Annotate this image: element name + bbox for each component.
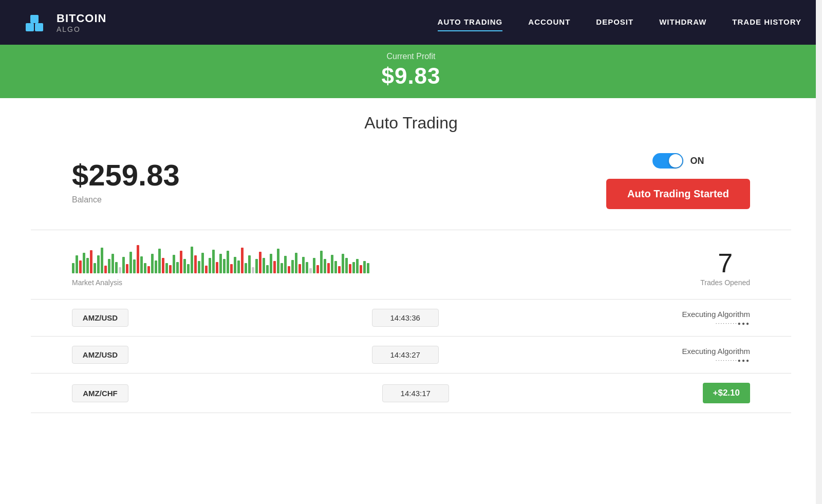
nav-account[interactable]: ACCOUNT <box>528 13 570 31</box>
chart-bar <box>155 260 157 273</box>
chart-bar <box>281 263 283 273</box>
balance-section: $259.83 Balance <box>72 158 180 204</box>
chart-bar <box>144 263 146 273</box>
svg-rect-0 <box>26 23 34 31</box>
chart-bar <box>334 261 337 273</box>
executing-label: Executing Algorithm <box>682 310 750 319</box>
chart-bar <box>338 266 341 273</box>
trade-time: 14:43:17 <box>382 384 449 402</box>
chart-bar <box>295 253 297 273</box>
executing-dots: ·········●●● <box>682 358 750 363</box>
chart-bar <box>331 255 333 273</box>
logo-subtitle: ALGO <box>57 25 106 33</box>
chart-bar <box>234 257 236 273</box>
chart-bar <box>191 247 193 273</box>
balance-value: $259.83 <box>72 158 180 192</box>
trade-time: 14:43:36 <box>372 309 439 327</box>
auto-trading-button[interactable]: Auto Trading Started <box>606 179 750 209</box>
chart-bar <box>288 266 290 273</box>
chart-bar <box>133 259 136 273</box>
chart-bar <box>173 255 175 273</box>
logo-text: BITCOIN ALGO <box>57 12 106 33</box>
trade-pair: AMZ/USD <box>72 346 128 364</box>
chart-bar <box>187 264 190 273</box>
svg-rect-2 <box>30 15 39 23</box>
chart-bar <box>255 259 258 273</box>
chart-bar <box>76 255 78 273</box>
trade-table: AMZ/USD 14:43:36 Executing Algorithm ···… <box>31 299 791 413</box>
toggle-switch[interactable] <box>652 153 683 169</box>
chart-bar <box>94 263 96 273</box>
chart-bar <box>104 266 107 273</box>
nav-withdraw[interactable]: WITHDRAW <box>659 13 706 31</box>
nav-trade-history[interactable]: TRADE HISTORY <box>732 13 801 31</box>
logo-title: BITCOIN <box>57 12 106 25</box>
chart-bar <box>237 260 240 273</box>
chart-bar <box>352 262 355 273</box>
chart-bar <box>302 257 305 273</box>
trades-label: Trades Opened <box>700 278 750 287</box>
balance-label: Balance <box>72 195 180 204</box>
chart-bar <box>101 248 103 273</box>
chart-bar <box>367 263 369 273</box>
chart-bar <box>108 259 110 273</box>
chart-bar <box>115 262 118 273</box>
trade-status: Executing Algorithm ·········●●● <box>682 310 750 326</box>
chart-bar <box>324 259 326 273</box>
chart-bar <box>284 256 287 273</box>
chart-bar <box>72 263 74 273</box>
trades-section: 7 Trades Opened <box>700 248 750 287</box>
nav-deposit[interactable]: DEPOSIT <box>596 13 633 31</box>
svg-rect-1 <box>35 23 43 31</box>
chart-bar <box>252 267 254 273</box>
chart-bar <box>306 262 308 273</box>
chart-bar <box>126 264 128 273</box>
chart-bar <box>273 261 276 273</box>
scrollbar[interactable] <box>816 0 822 504</box>
table-row: AMZ/USD 14:43:36 Executing Algorithm ···… <box>31 300 791 337</box>
chart-bar <box>259 252 261 273</box>
chart-bar <box>194 255 197 273</box>
chart-bar <box>151 254 154 273</box>
trade-pair: AMZ/CHF <box>72 384 128 402</box>
trading-control: ON Auto Trading Started <box>606 153 750 209</box>
chart-bar <box>129 252 132 273</box>
trade-pair: AMZ/USD <box>72 309 128 327</box>
chart-bar <box>316 265 319 273</box>
market-analysis-section: Market Analysis <box>72 242 369 287</box>
profit-label: Current Profit <box>0 52 822 61</box>
chart-bar <box>227 251 229 273</box>
chart-bar <box>270 254 272 273</box>
chart-bar <box>342 254 344 273</box>
chart-bar <box>363 261 366 273</box>
chart-bar <box>241 248 244 273</box>
logo-area: BITCOIN ALGO <box>21 9 106 36</box>
chart-bar <box>212 250 215 273</box>
chart-bar <box>209 258 211 273</box>
executing-label: Executing Algorithm <box>682 347 750 356</box>
chart-bar <box>198 261 200 273</box>
market-analysis-label: Market Analysis <box>72 278 122 287</box>
nav-auto-trading[interactable]: AUTO TRADING <box>438 13 503 31</box>
market-row: Market Analysis 7 Trades Opened <box>31 230 791 299</box>
logo-icon <box>21 9 48 36</box>
profit-value: $9.83 <box>0 63 822 89</box>
chart-bar <box>248 255 251 273</box>
chart-bar <box>219 254 222 273</box>
chart-bar <box>277 249 279 273</box>
chart-bar <box>266 265 269 273</box>
chart-bar <box>162 258 164 273</box>
page-title: Auto Trading <box>31 114 791 133</box>
chart-bar <box>90 250 92 273</box>
chart-bar <box>97 255 100 273</box>
toggle-knob <box>669 154 682 167</box>
profit-banner: Current Profit $9.83 <box>0 45 822 98</box>
chart-bar <box>111 254 114 273</box>
chart-bar <box>291 260 294 273</box>
chart-bar <box>147 266 150 273</box>
chart-bar <box>158 249 161 273</box>
chart-bar <box>349 264 351 273</box>
table-row: AMZ/CHF 14:43:17 +$2.10 <box>31 374 791 413</box>
chart-bar <box>205 266 208 273</box>
trade-status: +$2.10 <box>703 383 750 403</box>
